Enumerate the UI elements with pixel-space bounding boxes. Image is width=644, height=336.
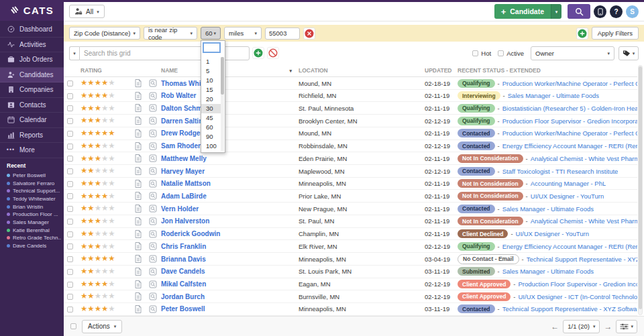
rating-stars[interactable]: ★★★★★: [80, 129, 131, 137]
recent-item-dave-candels[interactable]: Dave Candels: [7, 242, 61, 250]
rating-stars[interactable]: ★★★★★: [80, 268, 131, 276]
candidate-row[interactable]: ★★★★★ Thomas White Mound, MN 02-18-19 Qu…: [64, 77, 637, 90]
candidate-name-link[interactable]: Matthew Melly: [161, 155, 295, 162]
pipeline-link[interactable]: Analytical Chemist - White Vest Pharma: [531, 217, 637, 225]
hot-checkbox[interactable]: [472, 50, 478, 56]
dropdown-scrollbar[interactable]: [221, 57, 224, 151]
row-checkbox[interactable]: [67, 256, 73, 262]
distance-option-5[interactable]: 5: [201, 66, 221, 76]
distance-option-100[interactable]: 100: [201, 142, 221, 151]
candidate-row[interactable]: ★★★★★ Adam LaBirde Prior Lake, MN 02-11-…: [64, 190, 637, 203]
sidebar-item-candidates[interactable]: Candidates: [0, 68, 64, 83]
pipeline-link[interactable]: UI/UX Designer - YouTurn: [516, 230, 589, 237]
preview-icon[interactable]: [145, 280, 161, 288]
sidebar-item-reports[interactable]: Reports: [0, 128, 64, 144]
resume-icon[interactable]: [131, 205, 145, 213]
row-checkbox[interactable]: [67, 156, 73, 162]
rating-stars[interactable]: ★★★★★: [80, 305, 131, 313]
next-page-arrow[interactable]: →: [604, 323, 612, 331]
recent-item-peter-boswell[interactable]: Peter Boswell: [7, 172, 61, 180]
column-recent-status[interactable]: RECENT STATUS - EXTENDED: [458, 67, 637, 74]
distance-option-20[interactable]: 20: [201, 95, 221, 104]
row-checkbox[interactable]: [67, 105, 73, 111]
grid-scrollbar-thumb[interactable]: [639, 66, 642, 309]
resume-icon[interactable]: [131, 167, 145, 175]
pipeline-link[interactable]: Sales Manager - Ultimate Foods: [502, 205, 594, 213]
rating-stars[interactable]: ★★★★★: [80, 205, 131, 213]
sidebar-item-more[interactable]: ••• More: [0, 143, 64, 158]
active-checkbox[interactable]: [498, 50, 504, 56]
zip-code-input[interactable]: [265, 27, 300, 40]
distance-option-10[interactable]: 10: [201, 76, 221, 85]
preview-icon[interactable]: [145, 129, 161, 137]
grid-scrollbar[interactable]: [638, 65, 643, 315]
rating-stars[interactable]: ★★★★★: [80, 142, 131, 150]
row-checkbox[interactable]: [67, 206, 73, 212]
brand-logo[interactable]: CATS: [0, 0, 64, 21]
row-checkbox[interactable]: [67, 93, 73, 99]
filter-operator-select[interactable]: is near zip code ▾: [144, 27, 197, 40]
resume-icon[interactable]: [131, 79, 145, 87]
resume-icon[interactable]: [131, 104, 145, 112]
pipeline-link[interactable]: Analytical Chemist - White Vest Pharma: [531, 155, 637, 162]
column-rating[interactable]: RATING: [80, 67, 131, 74]
row-checkbox[interactable]: [67, 168, 73, 174]
pipeline-link[interactable]: Production Floor Supervisor - Gredion In…: [519, 280, 638, 288]
resume-icon[interactable]: [131, 242, 145, 250]
row-checkbox[interactable]: [67, 193, 73, 199]
candidate-row[interactable]: ★★★★★ Matthew Melly Eden Prairie, MN 02-…: [64, 152, 637, 165]
candidate-row[interactable]: ★★★★★ Chris Franklin Elk River, MN 02-12…: [64, 240, 637, 253]
candidate-name-link[interactable]: Dalton Schmidt: [161, 105, 295, 112]
distance-option-45[interactable]: 45: [201, 113, 221, 123]
candidate-row[interactable]: ★★★★★ Rob Walter Richfield, MN 02-11-19 …: [64, 90, 637, 103]
filter-distance-select[interactable]: 60 ▾: [201, 27, 221, 40]
filter-field-select[interactable]: Zip Code (Distance) ▾: [69, 27, 140, 40]
add-candidate-button[interactable]: + Candidate: [494, 4, 551, 19]
rating-stars[interactable]: ★★★★★: [80, 255, 131, 263]
column-location[interactable]: LOCATION: [295, 67, 423, 74]
sort-caret-icon[interactable]: ▾: [289, 68, 292, 73]
candidate-row[interactable]: ★★★★★ Jon Halverston St. Paul, MN 02-11-…: [64, 215, 637, 228]
grid-settings-button[interactable]: ▾: [616, 320, 637, 333]
resume-icon[interactable]: [131, 192, 145, 200]
row-checkbox[interactable]: [67, 118, 73, 124]
candidate-name-link[interactable]: Jordan Burch: [161, 293, 295, 300]
rating-stars[interactable]: ★★★★★: [80, 192, 131, 201]
rating-stars[interactable]: ★★★★★: [80, 217, 131, 225]
rating-stars[interactable]: ★★★★★: [80, 79, 131, 87]
rating-stars[interactable]: ★★★★★: [80, 92, 131, 100]
row-checkbox[interactable]: [67, 243, 73, 249]
dropdown-scrollbar-thumb[interactable]: [221, 57, 224, 95]
pipeline-link[interactable]: Biostatistician (Researcher 5) - Golden-…: [502, 105, 637, 112]
actions-button[interactable]: Actions ▾: [82, 320, 122, 333]
candidate-row[interactable]: ★★★★★ Dalton Schmidt St. Paul, Minnesota…: [64, 102, 637, 115]
recent-item-sales-manager[interactable]: Sales Manager: [7, 219, 61, 227]
recent-item-salvatore-ferraro[interactable]: Salvatore Ferraro: [7, 179, 61, 187]
resume-icon[interactable]: [131, 230, 145, 238]
preview-icon[interactable]: [145, 255, 161, 263]
candidate-row[interactable]: ★★★★★ Brianna Davis Minneapolis, MN 03-0…: [64, 253, 637, 266]
rating-stars[interactable]: ★★★★★: [80, 117, 131, 125]
candidate-name-link[interactable]: Jon Halverston: [161, 217, 295, 225]
candidate-name-link[interactable]: Thomas White: [161, 80, 295, 87]
sidebar-item-calendar[interactable]: Calendar: [0, 113, 64, 128]
pipeline-link[interactable]: UI/UX Designer - YouTurn: [531, 192, 604, 200]
remove-filter-button[interactable]: [303, 27, 315, 40]
rating-stars[interactable]: ★★★★★: [80, 155, 131, 163]
pipeline-link[interactable]: UI/UX Designer - ICT (In-Control Technol…: [519, 293, 638, 300]
candidate-row[interactable]: ★★★★★ Harvey Mayer Maplewood, MN 02-12-1…: [64, 165, 637, 178]
candidate-row[interactable]: ★★★★★ Darren Saltin Brooklyn Center, MN …: [64, 115, 637, 127]
select-all-checkbox[interactable]: [70, 323, 76, 329]
candidate-row[interactable]: ★★★★★ Dave Candels St. Louis Park, MN 03…: [64, 266, 637, 278]
preview-icon[interactable]: [145, 79, 161, 87]
sidebar-item-companies[interactable]: Companies: [0, 82, 64, 98]
preview-icon[interactable]: [145, 305, 161, 313]
distance-option-60[interactable]: 60: [201, 123, 221, 132]
pipeline-link[interactable]: Technical Support Representative - XYZ S…: [527, 256, 637, 263]
search-options-button[interactable]: ▾: [69, 46, 79, 60]
recent-item-technical-support[interactable]: Technical Support...: [7, 187, 61, 195]
candidate-name-link[interactable]: Darren Saltin: [161, 117, 295, 125]
sidebar-item-activities[interactable]: Activities: [0, 38, 64, 53]
row-checkbox[interactable]: [67, 282, 73, 288]
row-checkbox[interactable]: [67, 294, 73, 300]
